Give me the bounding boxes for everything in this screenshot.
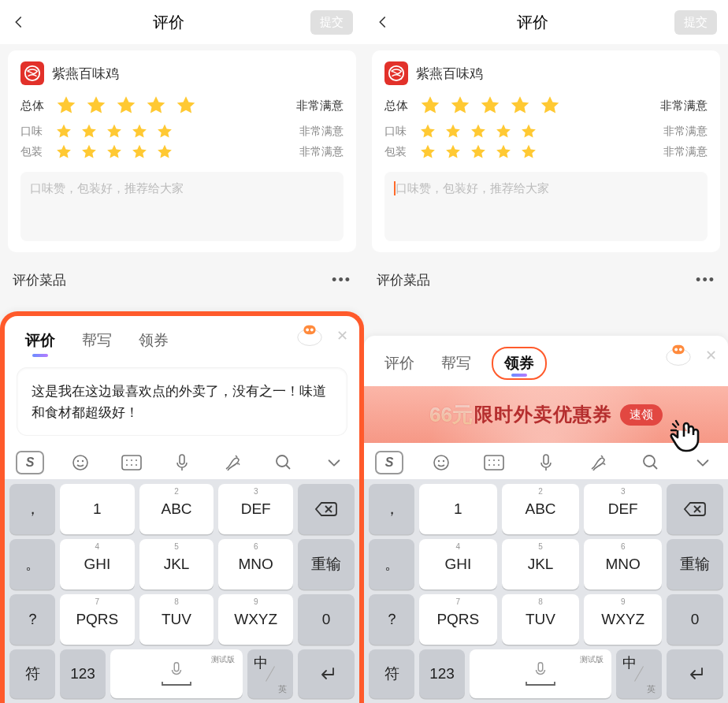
key-comma[interactable]: ， bbox=[9, 484, 55, 534]
star-icon[interactable] bbox=[80, 123, 98, 140]
star-icon[interactable] bbox=[55, 123, 72, 140]
key-zero[interactable]: 0 bbox=[298, 594, 355, 645]
star-icon[interactable] bbox=[419, 123, 436, 140]
star-icon[interactable] bbox=[444, 143, 462, 161]
key-zero[interactable]: 0 bbox=[667, 594, 723, 645]
key-mno[interactable]: 6MNO bbox=[584, 539, 662, 590]
star-icon[interactable] bbox=[115, 95, 137, 117]
comment-input[interactable]: 口味赞，包装好，推荐给大家 bbox=[20, 172, 344, 241]
key-abc[interactable]: 2ABC bbox=[502, 484, 580, 534]
star-icon[interactable] bbox=[419, 95, 441, 117]
key-lang-toggle[interactable]: 中 英 bbox=[247, 649, 293, 698]
key-backspace[interactable] bbox=[298, 484, 355, 534]
star-icon[interactable] bbox=[419, 143, 436, 161]
key-question[interactable]: ？ bbox=[9, 594, 55, 645]
emoji-icon[interactable] bbox=[427, 451, 455, 474]
key-symbol[interactable]: 符 bbox=[369, 649, 414, 698]
key-enter[interactable] bbox=[298, 649, 355, 698]
tab-help-write[interactable]: 帮写 bbox=[76, 327, 118, 354]
key-space[interactable]: 测试版 bbox=[110, 649, 243, 698]
star-icon[interactable] bbox=[175, 95, 197, 117]
key-tuv[interactable]: 8TUV bbox=[139, 594, 214, 645]
handwrite-icon[interactable] bbox=[584, 451, 612, 474]
key-retype[interactable]: 重输 bbox=[667, 539, 723, 590]
star-icon[interactable] bbox=[444, 123, 462, 140]
star-icon[interactable] bbox=[145, 95, 167, 117]
chevron-down-icon[interactable] bbox=[320, 451, 348, 474]
star-icon[interactable] bbox=[509, 95, 531, 117]
key-1[interactable]: 1 bbox=[60, 484, 135, 534]
sogou-logo-icon[interactable]: S bbox=[16, 451, 44, 474]
key-tuv[interactable]: 8TUV bbox=[502, 594, 580, 645]
tab-coupon[interactable]: 领券 bbox=[132, 327, 175, 354]
coupon-claim-button[interactable]: 速领 bbox=[620, 404, 663, 426]
star-icon[interactable] bbox=[106, 123, 123, 140]
star-icon[interactable] bbox=[470, 123, 487, 140]
key-ghi[interactable]: 4GHI bbox=[419, 539, 497, 590]
submit-button[interactable]: 提交 bbox=[310, 10, 353, 35]
keyboard-layout-icon[interactable] bbox=[117, 451, 146, 474]
close-icon[interactable]: ✕ bbox=[336, 327, 348, 344]
key-mno[interactable]: 6MNO bbox=[218, 539, 293, 590]
back-icon[interactable] bbox=[11, 14, 27, 30]
submit-button[interactable]: 提交 bbox=[674, 10, 717, 35]
key-retype[interactable]: 重输 bbox=[298, 539, 355, 590]
star-icon[interactable] bbox=[449, 95, 471, 117]
more-icon[interactable]: ••• bbox=[332, 272, 351, 288]
more-icon[interactable]: ••• bbox=[696, 272, 715, 288]
key-wxyz[interactable]: 9WXYZ bbox=[218, 594, 293, 645]
key-pqrs[interactable]: 7PQRS bbox=[419, 594, 497, 645]
star-icon[interactable] bbox=[156, 123, 173, 140]
key-jkl[interactable]: 5JKL bbox=[139, 539, 214, 590]
eval-menu-row[interactable]: 评价菜品 ••• bbox=[372, 260, 720, 289]
sogou-logo-icon[interactable]: S bbox=[375, 451, 403, 474]
star-icon[interactable] bbox=[156, 143, 173, 161]
suggestion-card[interactable]: 这是我在这边最喜欢点的外卖了，没有之一！味道和食材都超级好！ bbox=[17, 368, 347, 435]
key-backspace[interactable] bbox=[667, 484, 723, 534]
key-period[interactable]: 。 bbox=[9, 539, 55, 590]
mic-icon[interactable] bbox=[532, 451, 560, 474]
star-icon[interactable] bbox=[55, 95, 77, 117]
star-icon[interactable] bbox=[520, 123, 537, 140]
search-icon[interactable] bbox=[269, 451, 298, 474]
key-1[interactable]: 1 bbox=[419, 484, 497, 534]
tab-coupon[interactable]: 领券 bbox=[492, 347, 547, 380]
key-question[interactable]: ？ bbox=[369, 594, 414, 645]
comment-input[interactable]: 口味赞，包装好，推荐给大家 bbox=[384, 172, 708, 241]
star-icon[interactable] bbox=[85, 95, 107, 117]
eval-menu-row[interactable]: 评价菜品 ••• bbox=[8, 260, 356, 289]
key-lang-toggle[interactable]: 中 英 bbox=[616, 649, 662, 698]
star-icon[interactable] bbox=[80, 143, 98, 161]
star-icon[interactable] bbox=[106, 143, 123, 161]
star-icon[interactable] bbox=[495, 143, 512, 161]
star-icon[interactable] bbox=[539, 95, 561, 117]
key-wxyz[interactable]: 9WXYZ bbox=[584, 594, 662, 645]
mic-icon[interactable] bbox=[168, 451, 196, 474]
key-pqrs[interactable]: 7PQRS bbox=[60, 594, 135, 645]
key-ghi[interactable]: 4GHI bbox=[60, 539, 135, 590]
star-icon[interactable] bbox=[131, 143, 148, 161]
key-enter[interactable] bbox=[667, 649, 723, 698]
key-abc[interactable]: 2ABC bbox=[139, 484, 214, 534]
star-icon[interactable] bbox=[470, 143, 487, 161]
tab-review[interactable]: 评价 bbox=[378, 350, 421, 377]
key-space[interactable]: 测试版 bbox=[470, 649, 611, 698]
handwrite-icon[interactable] bbox=[218, 451, 247, 474]
key-comma[interactable]: ， bbox=[369, 484, 414, 534]
star-icon[interactable] bbox=[495, 123, 512, 140]
star-icon[interactable] bbox=[55, 143, 72, 161]
key-def[interactable]: 3DEF bbox=[584, 484, 662, 534]
key-symbol[interactable]: 符 bbox=[9, 649, 55, 698]
key-123[interactable]: 123 bbox=[60, 649, 106, 698]
key-jkl[interactable]: 5JKL bbox=[502, 539, 580, 590]
emoji-icon[interactable] bbox=[66, 451, 95, 474]
tab-help-write[interactable]: 帮写 bbox=[435, 350, 477, 377]
star-icon[interactable] bbox=[520, 143, 537, 161]
star-icon[interactable] bbox=[479, 95, 501, 117]
coupon-banner[interactable]: 66元 限时外卖优惠券 速领 bbox=[364, 386, 728, 443]
key-def[interactable]: 3DEF bbox=[218, 484, 293, 534]
tab-review[interactable]: 评价 bbox=[19, 327, 61, 354]
key-period[interactable]: 。 bbox=[369, 539, 414, 590]
close-icon[interactable]: ✕ bbox=[705, 347, 717, 364]
search-icon[interactable] bbox=[637, 451, 665, 474]
